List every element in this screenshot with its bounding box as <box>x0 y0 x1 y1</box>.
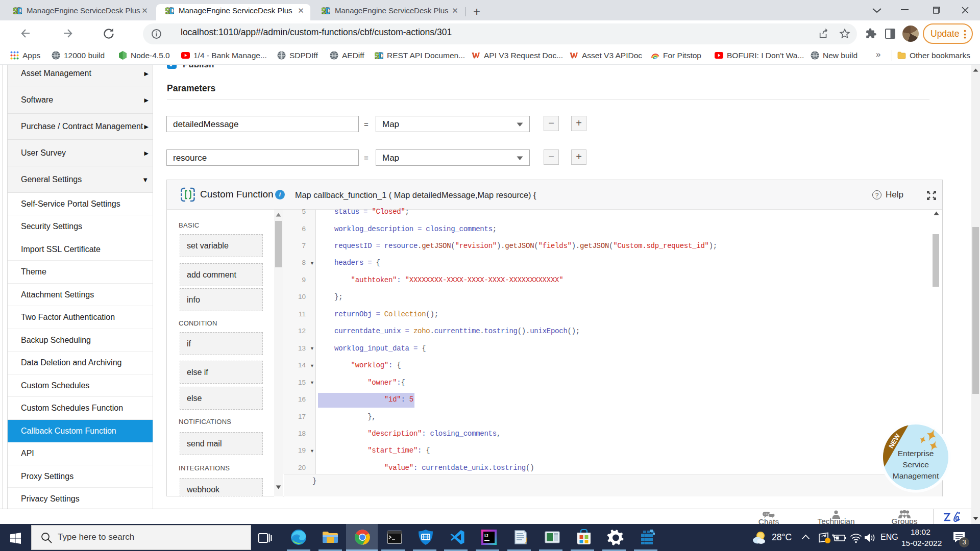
svg-text:Enterprise: Enterprise <box>898 449 934 458</box>
svg-text:Management: Management <box>893 471 939 480</box>
svg-text:Service: Service <box>902 460 929 469</box>
svg-text:IJ: IJ <box>484 533 488 538</box>
